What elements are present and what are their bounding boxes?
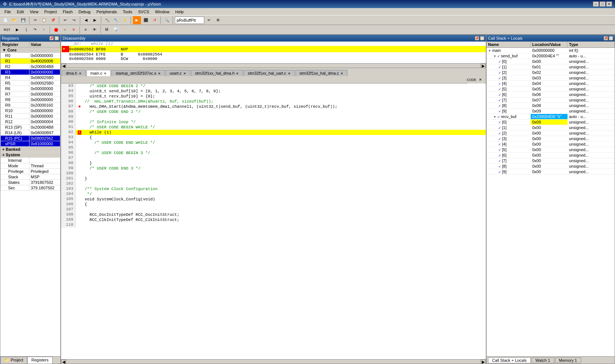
disasm-toggle-btn[interactable]: ≡	[82, 26, 90, 34]
code-line-108[interactable]: 108 RCC_OscInitTypeDef RCC_OscInitStruct…	[61, 212, 486, 217]
cs-row-9[interactable]: ✓[7] 0x07 unsigned...	[487, 97, 615, 103]
code-line-83[interactable]: 83 /* USER CODE BEGIN 2 */	[61, 83, 486, 89]
cut-btn[interactable]: ✂	[31, 16, 39, 24]
settings-btn[interactable]: ⚙	[214, 16, 222, 24]
code-tool-1[interactable]: CODE	[467, 76, 476, 84]
flash-btn[interactable]: ⚡	[121, 16, 129, 24]
bottom-tab-memory-1[interactable]: Memory 1	[555, 357, 581, 363]
redo-btn[interactable]: ↪	[70, 16, 78, 24]
registers-pin-icon[interactable]: 📌	[49, 36, 54, 40]
minimize-button[interactable]: ─	[593, 1, 599, 7]
disasm-scroll-left[interactable]: ◀	[61, 64, 66, 68]
menu-item-tools[interactable]: Tools	[120, 9, 135, 15]
cs-row-11[interactable]: ✓[9] 0x09 unsigned...	[487, 108, 615, 114]
open-btn[interactable]: 📂	[10, 16, 18, 24]
cs-row-7[interactable]: ✓[5] 0x05 unsigned...	[487, 86, 615, 92]
back-btn[interactable]: ◀	[82, 16, 90, 24]
step-over-btn[interactable]: ↷	[31, 26, 39, 34]
code-line-103[interactable]: 103 /** System Clock Configuration	[61, 186, 486, 192]
cs-row-22[interactable]: ✓[9] 0x00 unsigned...	[487, 169, 615, 175]
code-tab-close-usart.c[interactable]: ✕	[183, 72, 186, 75]
cs-row-19[interactable]: ✓[6] 0x00 unsigned...	[487, 153, 615, 158]
code-line-106[interactable]: 106 {	[61, 202, 486, 207]
new-btn[interactable]: 📄	[1, 16, 10, 24]
code-line-94[interactable]: 94 /* USER CODE END WHILE */	[61, 140, 486, 145]
kill-bp-btn[interactable]: ✕	[70, 26, 78, 34]
menu-item-debug[interactable]: Debug	[76, 9, 93, 15]
copy-btn[interactable]: 📋	[40, 16, 48, 24]
code-editor[interactable]: 83 /* USER CODE BEGIN 2 */ 84 uint8_t se…	[61, 83, 486, 359]
code-tab-dma-h[interactable]: dma.h✕	[62, 70, 86, 76]
code-tab-close-startup_stm32f107xc.s[interactable]: ✕	[158, 72, 161, 75]
cs-row-13[interactable]: ✓[0] 0x09 unsigned...	[487, 119, 615, 125]
code-line-98[interactable]: 98 }	[61, 161, 486, 166]
code-line-102[interactable]: 102	[61, 181, 486, 186]
code-tab-startup-stm32f107xc-s[interactable]: startup_stm32f107xc.s✕	[112, 70, 165, 76]
code-line-93[interactable]: 93 {	[61, 135, 486, 140]
code-close-btn[interactable]: ✕	[476, 76, 484, 84]
registers-close-icon[interactable]: ✕	[54, 36, 59, 40]
menu-item-flash[interactable]: Flash	[60, 9, 76, 15]
menu-item-project[interactable]: Project	[41, 9, 60, 15]
expand-icon-0[interactable]: ▼	[488, 49, 491, 53]
breakpoint-dot[interactable]: ●	[78, 104, 81, 109]
cs-row-20[interactable]: ✓[7] 0x00 unsigned...	[487, 158, 615, 164]
cs-row-17[interactable]: ✓[4] 0x00 unsigned...	[487, 142, 615, 147]
cs-row-0[interactable]: ▼main 0x00000000 int f()	[487, 48, 615, 53]
code-line-109[interactable]: 109 RCC_ClkInitTypeDef RCC_ClkInitStruct…	[61, 217, 486, 222]
cs-row-3[interactable]: ✓[1] 0x01 unsigned...	[487, 64, 615, 70]
code-line-100[interactable]: 100	[61, 171, 486, 176]
menu-item-window[interactable]: Window	[152, 9, 172, 15]
cs-row-6[interactable]: ✓[4] 0x04 unsigned...	[487, 81, 615, 86]
code-line-87[interactable]: 87 ● HAL_DMA_Start(&hdma_memtomem_dma1_c…	[61, 104, 486, 109]
code-tab-close-main.c[interactable]: ✕	[104, 72, 107, 75]
code-line-101[interactable]: 101 }	[61, 176, 486, 181]
expand-icon-12[interactable]: ▼	[493, 115, 496, 119]
code-line-107[interactable]: 107	[61, 207, 486, 212]
code-tab-stm32f1xx-hal-uart-c[interactable]: stm32f1xx_hal_uart.c✕	[244, 70, 295, 76]
maximize-button[interactable]: □	[600, 1, 605, 7]
cs-row-5[interactable]: ✓[3] 0x03 unsigned...	[487, 75, 615, 81]
save-btn[interactable]: 💾	[19, 16, 27, 24]
disasm-scroll-right[interactable]: ▶	[481, 64, 486, 68]
disassembly-content[interactable]: 92: while (1) ➤ 0x08002562 BF00 NOP 0x08…	[61, 42, 486, 63]
bp-btn[interactable]: ⬤	[52, 26, 60, 34]
code-line-92[interactable]: 92 ➤ while (1)	[61, 130, 486, 135]
code-line-84[interactable]: 84 uint8_t send_buf[10] = {0, 1, 2, 3, 4…	[61, 89, 486, 94]
clear-bp-btn[interactable]: ○	[61, 26, 69, 34]
cs-row-10[interactable]: ✓[8] 0x08 unsigned...	[487, 103, 615, 108]
rebuild-btn[interactable]: 🔧	[112, 16, 120, 24]
cs-row-18[interactable]: ✓[5] 0x00 unsigned...	[487, 147, 615, 153]
watch-btn[interactable]: 👁	[91, 26, 99, 34]
mem-btn[interactable]: M	[103, 26, 111, 34]
callstack-close-icon[interactable]: ✕	[609, 36, 613, 40]
enter-btn[interactable]: ↵	[205, 16, 213, 24]
code-line-85[interactable]: 85 uint8_t recv_buf[10] = {0};	[61, 94, 486, 99]
code-tab-stm32f1xx-hal-dma-h[interactable]: stm32f1xx_hal_dma.h✕	[191, 70, 243, 76]
code-line-99[interactable]: 99 /* USER CODE END 3 */	[61, 166, 486, 171]
code-scroll-right[interactable]: ▶	[481, 360, 486, 364]
cs-row-21[interactable]: ✓[8] 0x00 unsigned...	[487, 164, 615, 169]
menu-item-help[interactable]: Help	[172, 9, 187, 15]
bottom-tab-watch-1[interactable]: Watch 1	[531, 357, 554, 363]
disasm-hscroll[interactable]: ◀ ▶	[61, 63, 486, 68]
step-out-btn[interactable]: ↑	[40, 26, 48, 34]
run-btn[interactable]: ▶	[13, 26, 21, 34]
disasm-row-2[interactable]: 0x08002564 E7FE B 0x08002564	[61, 52, 486, 57]
paste-btn[interactable]: 📌	[49, 16, 57, 24]
code-hscroll[interactable]: ◀ ▶	[61, 359, 486, 364]
code-line-89[interactable]: 89	[61, 114, 486, 119]
pRxBuffPtr-input[interactable]	[175, 17, 204, 24]
code-tab-close-dma.h[interactable]: ✕	[79, 72, 82, 75]
rst-btn[interactable]: RST	[1, 26, 13, 34]
menu-item-file[interactable]: File	[1, 9, 14, 15]
code-line-110[interactable]: 110	[61, 222, 486, 228]
cs-row-1[interactable]: ▼✓send_buf 0x200004E4 "" auto - u...	[487, 53, 615, 59]
code-scroll-left[interactable]: ◀	[61, 360, 66, 364]
code-line-104[interactable]: 104 */	[61, 192, 486, 197]
debug-btn[interactable]: ▶	[133, 16, 141, 24]
disassembly-pin-icon[interactable]: 📌	[475, 36, 479, 40]
cs-row-8[interactable]: ✓[6] 0x06 unsigned...	[487, 92, 615, 97]
menu-item-svcs[interactable]: SVCS	[135, 9, 152, 15]
menu-item-peripherals[interactable]: Peripherals	[93, 9, 120, 15]
